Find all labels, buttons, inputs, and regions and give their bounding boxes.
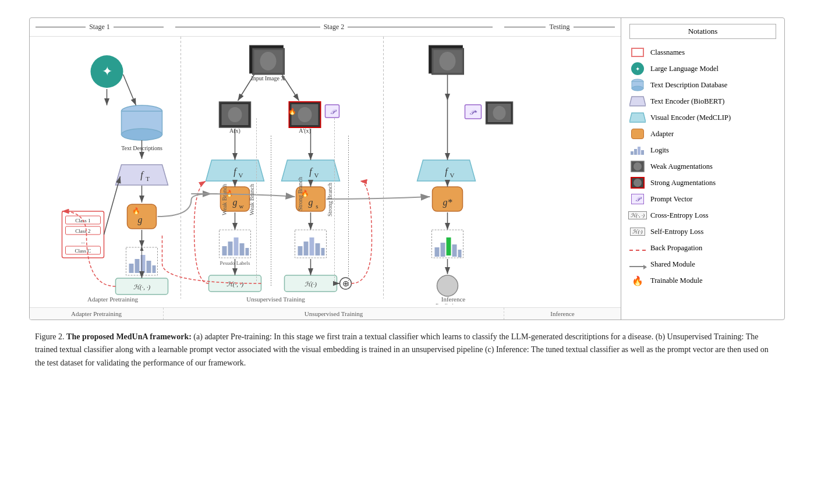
stage2-header: Stage 2 xyxy=(175,23,493,31)
svg-rect-82 xyxy=(234,237,239,255)
legend-classnames: Classnames xyxy=(629,45,776,60)
svg-rect-89 xyxy=(310,237,314,255)
svg-rect-23 xyxy=(141,255,146,273)
strong-aug-icon xyxy=(629,176,646,189)
figure-caption: Figure 2. The proposed MedUnA framework:… xyxy=(29,331,785,370)
svg-line-47 xyxy=(281,73,299,101)
svg-text:🔥: 🔥 xyxy=(288,107,296,115)
svg-point-44 xyxy=(260,52,277,70)
trainable-icon: 🔥 xyxy=(629,274,646,287)
svg-rect-87 xyxy=(298,246,303,255)
footer-inference: Inference xyxy=(504,308,621,320)
svg-text:Prediction: Prediction xyxy=(436,303,459,304)
legend-adapter: Adapter xyxy=(629,126,776,141)
svg-point-147 xyxy=(633,179,642,187)
visual-encoder-label: Visual Encoder (MedCLIP) xyxy=(650,113,731,122)
diagram-svg-area: ✦ Text Descriptions f T xyxy=(30,37,621,307)
legend-visual-encoder: Visual Encoder (MedCLIP) xyxy=(629,110,776,125)
caption-bold: The proposed MedUnA framework: xyxy=(66,332,192,341)
svg-point-137 xyxy=(632,86,643,91)
svg-text:Inference: Inference xyxy=(441,296,466,303)
svg-text:g: g xyxy=(309,197,313,208)
svg-text:...: ... xyxy=(81,239,85,244)
self-entropy-label: Self-Entropy Loss xyxy=(650,228,703,236)
classnames-icon xyxy=(629,46,646,59)
svg-rect-128 xyxy=(458,250,462,257)
svg-text:g: g xyxy=(138,215,143,225)
svg-rect-124 xyxy=(435,247,440,257)
caption-bold-text: The proposed MedUnA framework: xyxy=(66,332,192,341)
svg-text:T: T xyxy=(146,175,150,182)
adapter-icon xyxy=(629,127,646,140)
cross-entropy-label: Cross-Entropy Loss xyxy=(650,211,709,220)
svg-text:Adapter Pretraining: Adapter Pretraining xyxy=(87,296,139,303)
prompt-vector-icon: 𝒫 xyxy=(629,193,646,205)
shared-module-label: Shared Module xyxy=(650,260,695,269)
svg-point-50 xyxy=(228,107,242,122)
stage2-label: Stage 2 xyxy=(320,23,348,31)
svg-marker-139 xyxy=(629,113,646,122)
svg-rect-83 xyxy=(240,243,245,255)
text-encoder-label: Text Encoder (BioBERT) xyxy=(650,97,725,106)
svg-rect-143 xyxy=(641,150,644,155)
text-db-icon xyxy=(629,79,646,91)
weak-aug-icon xyxy=(629,160,646,173)
visual-encoder-icon xyxy=(629,111,646,124)
legend-weak-aug: Weak Augmentations xyxy=(629,159,776,174)
svg-text:w: w xyxy=(239,203,244,210)
testing-label: Testing xyxy=(546,23,573,31)
legend-shared-module: Shared Module xyxy=(629,257,776,272)
self-entropy-icon: ℋ(·) xyxy=(629,225,646,238)
prompt-vector-label: Prompt Vector xyxy=(650,195,692,204)
text-encoder-icon xyxy=(629,95,646,108)
main-svg: ✦ Text Descriptions f T xyxy=(30,37,621,304)
svg-text:V: V xyxy=(450,172,455,179)
legend-text-db: Text Description Database xyxy=(629,77,776,93)
logits-label: Logits xyxy=(650,146,669,155)
svg-point-145 xyxy=(633,162,642,171)
svg-point-54 xyxy=(298,107,312,122)
svg-rect-140 xyxy=(631,151,633,155)
svg-point-130 xyxy=(437,275,458,296)
main-container: Stage 1 Stage 2 xyxy=(12,12,802,375)
trainable-label: Trainable Module xyxy=(650,276,702,285)
svg-text:Class 2: Class 2 xyxy=(75,228,90,234)
svg-text:A'(x): A'(x) xyxy=(299,127,311,134)
weak-branch-label: Weak Branch xyxy=(249,118,257,281)
svg-text:Unsupervised Training: Unsupervised Training xyxy=(246,296,305,303)
back-prop-icon xyxy=(629,242,646,254)
svg-text:Input Image X: Input Image X xyxy=(251,75,285,81)
svg-rect-125 xyxy=(441,243,445,257)
svg-text:V: V xyxy=(239,172,243,179)
legend-cross-entropy: ℋ(·, ·) Cross-Entropy Loss xyxy=(629,208,776,223)
svg-rect-141 xyxy=(634,149,637,155)
svg-rect-24 xyxy=(147,261,151,273)
footer-pretraining: Adapter Pretraining xyxy=(30,308,164,320)
svg-line-38 xyxy=(104,176,121,235)
svg-text:g*: g* xyxy=(443,197,452,208)
svg-rect-142 xyxy=(638,147,640,155)
classnames-label: Classnames xyxy=(650,48,685,57)
llm-label: Large Language Model xyxy=(650,65,719,73)
svg-text:𝒫*: 𝒫* xyxy=(469,109,477,116)
svg-text:Class C: Class C xyxy=(75,248,91,254)
legend-text-encoder: Text Encoder (BioBERT) xyxy=(629,94,776,109)
svg-text:ℋ(·, ·): ℋ(·, ·) xyxy=(226,281,244,288)
svg-text:g: g xyxy=(233,197,238,208)
legend-logits: Logits xyxy=(629,143,776,158)
cross-entropy-icon: ℋ(·, ·) xyxy=(629,209,646,222)
svg-point-114 xyxy=(493,106,506,120)
legend-llm: ✦ Large Language Model xyxy=(629,61,776,76)
caption-label: Figure 2. xyxy=(35,332,65,341)
svg-text:Weak Branch: Weak Branch xyxy=(221,184,228,215)
legend-back-prop: Back Propagation xyxy=(629,240,776,255)
svg-line-46 xyxy=(238,73,256,101)
svg-marker-138 xyxy=(629,97,646,106)
svg-point-8 xyxy=(122,129,162,140)
svg-rect-21 xyxy=(129,264,134,273)
svg-rect-126 xyxy=(447,237,451,255)
legend-prompt-vector: 𝒫 Prompt Vector xyxy=(629,191,776,207)
svg-rect-127 xyxy=(452,244,457,257)
svg-rect-91 xyxy=(321,248,325,255)
stage1-label: Stage 1 xyxy=(86,23,114,31)
